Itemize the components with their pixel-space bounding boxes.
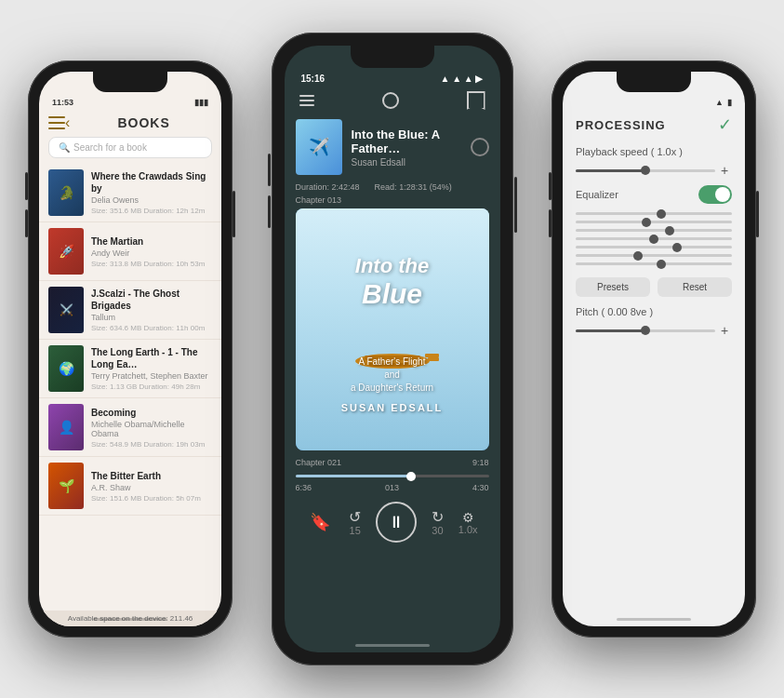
search-bar[interactable]: 🔍 Search for a book xyxy=(48,137,212,158)
progress-thumb[interactable] xyxy=(406,472,416,481)
eq-slider[interactable] xyxy=(576,246,732,248)
playback-speed-slider[interactable] xyxy=(576,169,715,172)
cover-subtitle: A Father's Flight and a Daughter's Retur… xyxy=(351,356,433,395)
mid-vol-up[interactable] xyxy=(268,154,271,186)
vol-up-button[interactable] xyxy=(25,172,28,200)
list-item[interactable]: J.Scalzi - The Ghost Brigades Tallum Siz… xyxy=(39,281,221,340)
pause-button[interactable]: ⏸ xyxy=(376,502,417,543)
presets-button[interactable]: Presets xyxy=(576,277,650,297)
big-book-cover: Into the Blue A Father's Flight and a Da… xyxy=(296,208,489,450)
eq-slider[interactable] xyxy=(576,262,732,265)
list-item[interactable]: Where the Crawdads Sing by Delia Owens S… xyxy=(39,164,221,222)
list-item[interactable]: The Martian Andy Weir Size: 313.8 MB Dur… xyxy=(39,222,221,281)
book-cover xyxy=(48,345,84,392)
pitch-label: Pitch ( 0.00 8ve ) xyxy=(563,302,745,319)
list-item[interactable]: The Long Earth - 1 - The Long Ea… Terry … xyxy=(39,340,221,398)
eq-button[interactable]: ⚙ 1.0x xyxy=(458,510,478,535)
eq-thumb[interactable] xyxy=(633,251,643,261)
progress-track[interactable] xyxy=(296,475,489,477)
eq-slider[interactable] xyxy=(576,229,732,232)
forward-30-button[interactable]: ↻ 30 xyxy=(432,508,444,536)
book-list: Where the Crawdads Sing by Delia Owens S… xyxy=(39,164,221,516)
book-cover xyxy=(48,287,84,333)
bookmark-area[interactable] xyxy=(467,91,485,110)
right-power[interactable] xyxy=(756,191,759,237)
book-title: The Martian xyxy=(91,235,212,248)
list-item[interactable]: Becoming Michelle Obama/Michelle Obama S… xyxy=(39,398,221,457)
list-item[interactable]: The Bitter Earth A.R. Shaw Size: 151.6 M… xyxy=(39,457,221,516)
toggle-knob xyxy=(715,187,730,202)
pitch-slider[interactable] xyxy=(576,329,715,332)
eq-thumb[interactable] xyxy=(657,260,666,269)
mid-vol-down[interactable] xyxy=(268,195,271,228)
reset-button[interactable]: Reset xyxy=(658,277,732,297)
book-author: Tallum xyxy=(91,313,212,322)
book-cover xyxy=(48,169,84,216)
chapter-number: 013 xyxy=(385,483,399,492)
mid-book-title: Into the Blue: A Father… xyxy=(352,128,461,155)
left-menu-icon[interactable] xyxy=(48,116,65,129)
mid-progress-info: Duration: 2:42:48 Read: 1:28:31 (54%) xyxy=(285,182,500,192)
resets-row: Presets Reset xyxy=(563,272,745,302)
eq-thumb[interactable] xyxy=(665,226,674,235)
rewind-15-button[interactable]: ↺ 15 xyxy=(349,508,361,536)
eq-slider[interactable] xyxy=(576,212,732,215)
vol-down-button[interactable] xyxy=(25,209,28,237)
book-info: The Martian Andy Weir Size: 313.8 MB Dur… xyxy=(91,235,212,268)
book-info: The Long Earth - 1 - The Long Ea… Terry … xyxy=(91,346,212,391)
mid-power[interactable] xyxy=(514,177,517,233)
mid-notch xyxy=(351,46,434,68)
book-meta: Size: 151.6 MB Duration: 5h 07m xyxy=(91,494,212,503)
equalizer-label: Equalizer xyxy=(576,189,618,200)
hamburger-icon[interactable] xyxy=(299,95,314,106)
book-title: The Long Earth - 1 - The Long Ea… xyxy=(91,346,212,370)
bookmark-button[interactable]: 🔖 xyxy=(306,508,334,536)
phone-right: ▲ ▮ PROCESSING ✓ Playback speed ( 1.0x )… xyxy=(551,60,756,638)
playback-thumb[interactable] xyxy=(641,166,650,175)
chapter-time-right: 9:18 xyxy=(472,458,489,467)
mid-header xyxy=(285,87,500,115)
pitch-plus-icon: + xyxy=(721,323,732,338)
back-button[interactable]: ‹ xyxy=(65,114,70,131)
eq-slider-row xyxy=(576,243,732,251)
power-button[interactable] xyxy=(233,191,235,237)
search-placeholder: Search for a book xyxy=(73,142,147,153)
left-header-title: BOOKS xyxy=(75,115,212,130)
phones-container: 11:53 ▮▮▮ ‹ BOOKS 🔍 Search for a book xyxy=(0,0,784,698)
book-info: The Bitter Earth A.R. Shaw Size: 151.6 M… xyxy=(91,470,212,503)
eq-slider[interactable] xyxy=(576,254,732,257)
book-meta: Size: 1.13 GB Duration: 49h 28m xyxy=(91,383,212,391)
right-vol-down[interactable] xyxy=(549,209,551,237)
mid-profile-icon xyxy=(471,138,489,156)
mid-screen: 15:16 ▲ ▲ ▲ ▶ Into the Blue: A Father… S… xyxy=(285,46,500,652)
book-info: Where the Crawdads Sing by Delia Owens S… xyxy=(91,170,212,215)
eq-section-header: Equalizer xyxy=(563,181,745,206)
book-info: J.Scalzi - The Ghost Brigades Tallum Siz… xyxy=(91,288,212,332)
book-meta: Size: 313.8 MB Duration: 10h 53m xyxy=(91,260,212,268)
mid-controls: 🔖 ↺ 15 ⏸ ↻ 30 ⚙ 1.0x xyxy=(285,494,500,546)
eq-slider[interactable] xyxy=(576,221,732,223)
playback-plus-icon: + xyxy=(721,163,732,178)
eq-slider-row xyxy=(576,209,732,218)
cover-art: Into the Blue A Father's Flight and a Da… xyxy=(296,208,489,450)
eq-thumb[interactable] xyxy=(642,218,651,227)
pitch-slider-row: + xyxy=(563,319,745,342)
clock-icon[interactable] xyxy=(382,92,399,109)
remaining-time: 4:30 xyxy=(472,483,489,492)
confirm-button[interactable]: ✓ xyxy=(718,114,732,135)
progress-bar-container[interactable] xyxy=(285,471,500,481)
pitch-fill xyxy=(576,329,645,332)
right-vol-up[interactable] xyxy=(549,172,551,200)
book-author: Michelle Obama/Michelle Obama xyxy=(91,420,212,438)
eq-thumb[interactable] xyxy=(657,209,666,219)
equalizer-toggle[interactable] xyxy=(698,185,732,204)
eq-slider[interactable] xyxy=(576,237,732,240)
book-meta: Size: 634.6 MB Duration: 11h 00m xyxy=(91,324,212,332)
elapsed-time: 6:36 xyxy=(296,483,312,492)
eq-slider-row xyxy=(576,260,732,268)
cover-title: Into the Blue xyxy=(355,255,429,308)
eq-thumb[interactable] xyxy=(649,235,658,244)
book-cover xyxy=(48,463,84,509)
pitch-thumb[interactable] xyxy=(641,326,650,335)
eq-thumb[interactable] xyxy=(672,243,682,252)
